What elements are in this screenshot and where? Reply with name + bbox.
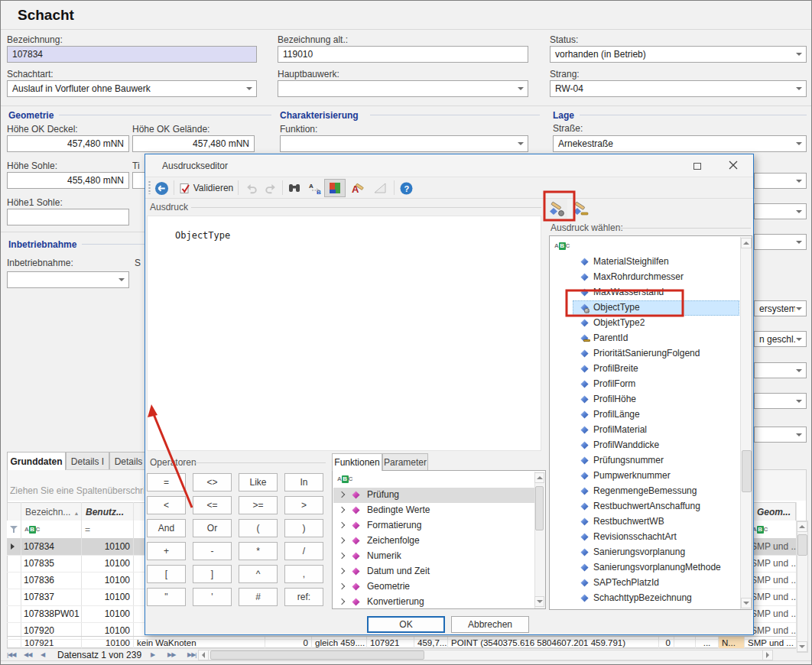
dropdown-arrow-icon[interactable]	[518, 87, 524, 90]
operator-button[interactable]: ]	[193, 565, 232, 583]
filter-icon[interactable]	[10, 525, 18, 533]
cell-bezeichnung[interactable]: 107835	[21, 555, 81, 572]
measure-button[interactable]	[372, 181, 388, 195]
table-cell-geom[interactable]: SMP und ...	[751, 589, 796, 605]
field-item[interactable]: SchachttypBezeichnung	[550, 591, 741, 606]
operator-button[interactable]: #	[239, 588, 278, 606]
expander-icon[interactable]	[339, 491, 345, 498]
nav-prev-button[interactable]: ◀	[41, 651, 44, 658]
operator-button[interactable]: <=	[193, 496, 232, 514]
expression-area[interactable]: ObjectType	[147, 216, 541, 451]
table-row[interactable]: 107838PW0110100	[7, 605, 145, 622]
validate-button[interactable]: Validieren	[177, 179, 235, 197]
operator-button[interactable]: >	[284, 496, 323, 514]
operator-button[interactable]: Like	[239, 473, 278, 491]
nav-prev-page-button[interactable]: ◀◀	[24, 651, 31, 658]
field-item[interactable]: SohleSicherungsart	[550, 606, 741, 610]
field-item[interactable]: ProfilHöhe	[550, 392, 741, 407]
bottom-row-cell[interactable]: 107921	[366, 637, 414, 648]
replace-button[interactable]: AB	[306, 180, 324, 196]
lage-partial-combo[interactable]	[754, 393, 807, 409]
dialog-tab-parameter[interactable]: Parameter	[382, 453, 428, 471]
bottom-row-cell[interactable]: POINT (3540375.616 5804607.201 459.791)	[447, 637, 658, 648]
function-group-row[interactable]: Datum und Zeit	[333, 564, 534, 579]
expander-icon[interactable]	[339, 568, 345, 574]
field-item[interactable]: Pumpwerknummer	[550, 469, 741, 484]
field-item-selected[interactable]: ObjectType	[550, 300, 741, 316]
lage-partial-combo[interactable]: n geschl...	[754, 331, 807, 347]
table-row[interactable]: 10783710100	[7, 589, 145, 605]
field-item[interactable]: ProfilLänge	[550, 407, 741, 423]
cell-bezeichnung[interactable]: 107836	[21, 572, 81, 589]
edit-expression-button[interactable]	[546, 199, 567, 220]
table-row[interactable]: 10783410100	[7, 538, 145, 555]
expander-icon[interactable]	[339, 553, 345, 559]
dropdown-arrow-icon[interactable]	[796, 338, 802, 341]
maximize-button[interactable]	[691, 160, 703, 172]
nav-next-button[interactable]: ▶	[151, 651, 154, 658]
lage-partial-combo[interactable]: ersystem	[754, 300, 807, 316]
dropdown-arrow-icon[interactable]	[796, 369, 802, 372]
field-item[interactable]: Prüfungsnummer	[550, 453, 741, 469]
status-combo[interactable]: vorhanden (in Betrieb)	[550, 46, 807, 63]
cell-benutzer[interactable]: 10100	[81, 555, 133, 572]
dropdown-arrow-icon[interactable]	[796, 400, 802, 403]
column-header-bezeichnung[interactable]: Bezeichn...	[21, 502, 82, 521]
function-group-row[interactable]: Bedingte Werte	[333, 503, 534, 518]
operator-button[interactable]: ^	[239, 565, 278, 583]
inbetriebnahme-combo[interactable]	[7, 271, 129, 288]
bottom-row-cell[interactable]: ...	[695, 637, 718, 648]
schachtart-combo[interactable]: Auslauf in Vorfluter ohne Bauwerk	[7, 80, 257, 97]
reset-expression-button[interactable]	[570, 199, 590, 220]
autocorrect-button[interactable]: A	[349, 180, 367, 196]
field-item[interactable]: SAPTechPlatzId	[550, 576, 741, 591]
expander-icon[interactable]	[339, 522, 345, 528]
field-item[interactable]: ObjektType2	[550, 316, 741, 331]
bottom-row-cell[interactable]: 10100	[81, 637, 133, 648]
dropdown-arrow-icon[interactable]	[796, 180, 802, 183]
tab-details-1[interactable]: Details I	[66, 452, 109, 470]
table-row[interactable]: 10783510100	[7, 555, 145, 572]
cell-bezeichnung[interactable]: 107837	[21, 589, 81, 605]
lage-partial-combo[interactable]	[754, 427, 807, 443]
lage-partial-combo[interactable]	[754, 203, 807, 219]
nav-next-page-button[interactable]: ▶▶	[167, 651, 175, 658]
bottom-row-cell[interactable]: gleich 459....	[311, 637, 366, 648]
dropdown-arrow-icon[interactable]	[796, 307, 802, 310]
table-row[interactable]: 10783610100	[7, 572, 145, 589]
hscroll-right-icon[interactable]	[762, 650, 773, 660]
hscroll-thumb[interactable]	[210, 650, 424, 660]
vscroll-down-icon[interactable]	[534, 596, 544, 607]
nav-last-button[interactable]: ▶▶|	[187, 651, 196, 658]
operator-button[interactable]: <	[147, 496, 186, 514]
dropdown-arrow-icon[interactable]	[796, 433, 802, 436]
cell-benutzer[interactable]: 10100	[81, 605, 133, 622]
operator-button[interactable]: ref:	[284, 588, 323, 606]
operator-button[interactable]: Or	[193, 519, 232, 537]
bezeichnung-alt-input[interactable]: 119010	[278, 46, 528, 63]
search-button[interactable]	[286, 180, 303, 196]
bottom-row-cell[interactable]	[674, 637, 695, 648]
hauptbauwerk-combo[interactable]	[278, 80, 528, 97]
strasse-combo[interactable]: Arnekestraße	[553, 135, 807, 152]
field-item[interactable]: MaxWasserstand	[550, 285, 741, 300]
dropdown-arrow-icon[interactable]	[119, 278, 125, 281]
dropdown-arrow-icon[interactable]	[796, 87, 802, 90]
expander-icon[interactable]	[339, 583, 345, 589]
bezeichnung-input[interactable]: 107834	[7, 46, 257, 63]
vscroll-thumb[interactable]	[535, 486, 544, 530]
funktion-combo[interactable]	[280, 135, 528, 152]
operator-button[interactable]: And	[147, 519, 186, 537]
close-button[interactable]	[726, 157, 740, 173]
dialog-tab-funktionen[interactable]: Funktionen	[332, 453, 382, 471]
operator-button[interactable]: >=	[239, 496, 278, 514]
expander-icon[interactable]	[339, 598, 345, 605]
filter-cell-geom[interactable]	[751, 521, 796, 538]
ok-button[interactable]: OK	[367, 616, 445, 633]
tab-details-2[interactable]: Details	[109, 452, 148, 470]
nav-first-button[interactable]: |◀◀	[7, 651, 15, 658]
expression-text[interactable]: ObjectType	[175, 230, 230, 241]
field-item[interactable]: ParentId	[550, 331, 741, 346]
filter-operator[interactable]: =	[85, 524, 90, 535]
bottom-row-cell[interactable]: 459,7...	[414, 637, 447, 648]
